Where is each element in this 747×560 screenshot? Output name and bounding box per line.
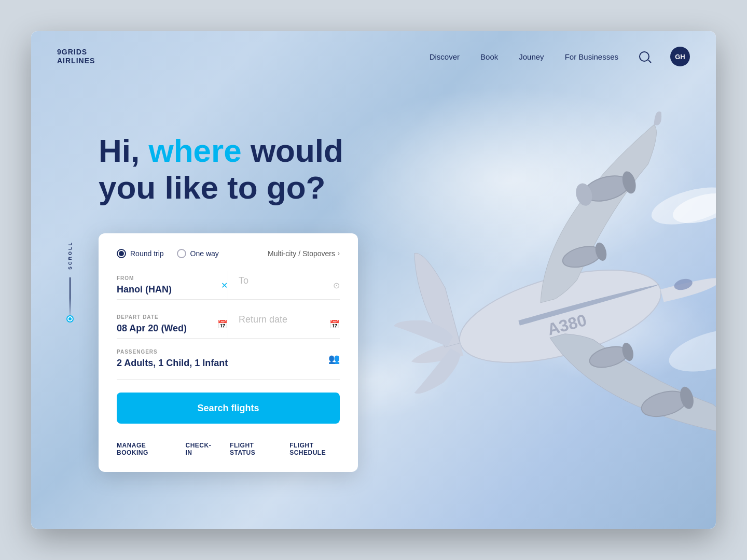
one-way-label: One way	[190, 249, 219, 258]
from-to-row: FROM Hanoi (HAN) ✕ To ⊙	[117, 271, 340, 300]
from-field[interactable]: FROM Hanoi (HAN) ✕	[117, 271, 228, 299]
hero-title-start: Hi,	[99, 133, 148, 169]
passengers-field: PASSENGERS 2 Adults, 1 Child, 1 Infant	[117, 349, 228, 369]
from-value: Hanoi (HAN)	[117, 284, 217, 295]
svg-point-14	[665, 320, 716, 380]
scroll-indicator: SCROLL	[67, 241, 73, 319]
return-placeholder: Return date	[239, 314, 340, 325]
nav-links: Discover Book Jouney For Businesses GH	[430, 47, 690, 66]
clear-from-icon[interactable]: ✕	[221, 281, 228, 290]
location-icon: ⊙	[333, 281, 340, 290]
nav-for-businesses[interactable]: For Businesses	[565, 52, 618, 61]
search-card: Round trip One way Multi-city / Stopover…	[99, 233, 358, 472]
flight-status-link[interactable]: FLIGHT STATUS	[230, 442, 271, 456]
round-trip-label: Round trip	[130, 249, 164, 258]
to-placeholder: To	[239, 275, 340, 286]
to-field[interactable]: To ⊙	[228, 271, 340, 299]
search-flights-button[interactable]: Search flights	[117, 393, 340, 424]
search-icon[interactable]	[639, 51, 649, 62]
from-label: FROM	[117, 275, 217, 281]
multi-city-option[interactable]: Multi-city / Stopovers ›	[268, 249, 340, 258]
one-way-option[interactable]: One way	[177, 249, 219, 258]
nav-book[interactable]: Book	[480, 52, 498, 61]
flight-schedule-link[interactable]: FLIGHT SCHEDULE	[289, 442, 340, 456]
multi-city-label: Multi-city / Stopovers	[268, 249, 335, 258]
scroll-dot	[67, 316, 73, 321]
bottom-links: MANAGE BOOKING CHECK-IN FLIGHT STATUS FL…	[117, 439, 340, 456]
hero-title-highlight: where	[148, 133, 241, 169]
hero-text: Hi, where wouldyou like to go?	[99, 132, 343, 206]
hero-title: Hi, where wouldyou like to go?	[99, 132, 343, 206]
return-calendar-icon[interactable]: 📅	[329, 319, 340, 329]
nav-discover[interactable]: Discover	[430, 52, 460, 61]
hero-background: A380 9GRIDS AIRLINES	[31, 31, 716, 529]
browser-window: A380 9GRIDS AIRLINES	[31, 31, 716, 529]
avatar[interactable]: GH	[670, 47, 690, 66]
check-in-link[interactable]: CHECK-IN	[186, 442, 212, 456]
round-trip-radio[interactable]	[117, 249, 126, 258]
round-trip-radio-inner	[119, 251, 124, 256]
scroll-line	[70, 277, 71, 319]
return-field[interactable]: Return date 📅	[228, 310, 340, 338]
depart-value: 08 Apr 20 (Wed)	[117, 323, 217, 334]
dates-row: DEPART DATE 08 Apr 20 (Wed) 📅 Return dat…	[117, 310, 340, 339]
logo[interactable]: 9GRIDS AIRLINES	[57, 48, 95, 65]
trip-type-row: Round trip One way Multi-city / Stopover…	[117, 249, 340, 258]
depart-label: DEPART DATE	[117, 314, 217, 320]
one-way-radio[interactable]	[177, 249, 186, 258]
chevron-right-icon: ›	[338, 250, 340, 257]
depart-field[interactable]: DEPART DATE 08 Apr 20 (Wed) 📅	[117, 310, 228, 338]
scroll-text: SCROLL	[67, 241, 73, 270]
manage-booking-link[interactable]: MANAGE BOOKING	[117, 442, 168, 456]
nav-journey[interactable]: Jouney	[519, 52, 544, 61]
airplane-image: A380	[337, 73, 716, 477]
round-trip-option[interactable]: Round trip	[117, 249, 164, 258]
passengers-value: 2 Adults, 1 Child, 1 Infant	[117, 358, 228, 369]
passengers-row[interactable]: PASSENGERS 2 Adults, 1 Child, 1 Infant 👥	[117, 349, 340, 380]
passengers-label: PASSENGERS	[117, 349, 228, 355]
depart-calendar-icon[interactable]: 📅	[217, 319, 228, 329]
passengers-icon: 👥	[328, 353, 340, 365]
navbar: 9GRIDS AIRLINES Discover Book Jouney For…	[31, 31, 716, 82]
